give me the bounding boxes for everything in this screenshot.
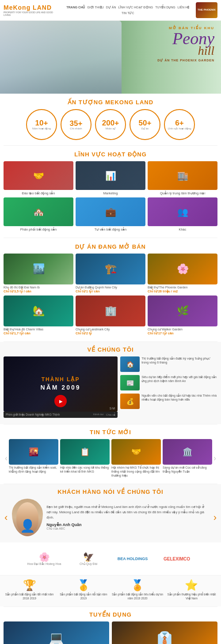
linh-vuc-label-5: Khác	[148, 227, 217, 231]
job-1[interactable]: 👔 NHÂN VIÊN KINH DOANH BẤT ĐỘNG SẢN ĐỊA …	[112, 621, 217, 644]
linh-vuc-label-0: Đào tạo bất động sản	[4, 191, 73, 195]
section-title-tuyen-dung: TUYỂN DỤNG	[4, 611, 217, 618]
section-tuyen-dung: TUYỂN DỤNG 💻 Trưởng phòng / Giám đốc trư…	[0, 607, 221, 644]
section-an-tuong: ẤN TƯỢNG MEKONG LAND 10+ Năm hoạt động 3…	[0, 99, 221, 145]
news-card-3[interactable]: 🏛️ Sáng dự án mới Cúc cơ sở căng thẳng N…	[163, 439, 212, 477]
tuyen-dung-grid: 💻 Trưởng phòng / Giám đốc trưởng IT Trưở…	[4, 621, 217, 644]
news-prev-arrow[interactable]: ‹	[4, 454, 9, 463]
award-2: 🏅 Sản phẩm bất động sản tiêu biểu dự án …	[112, 579, 164, 600]
section-tin-tuc: TIN TỨC MỚI ‹ 🌇 Thị trường bất động sản …	[0, 424, 221, 484]
nav-about[interactable]: GIỚI THIỆU	[87, 6, 103, 9]
section-ve-chung-toi: VỀ CHÚNG TÔI THÀNH LẬP NĂM 2009 ▶ S·M Ph…	[0, 342, 221, 424]
nav-contact[interactable]: LIÊN HỆ	[178, 6, 190, 9]
linh-vuc-label-3: Phân phối bất động sản	[4, 227, 73, 231]
about-inner: THÀNH LẬP NĂM 2009 ▶ S·M Phim giới thiệu…	[4, 356, 217, 418]
job-0[interactable]: 💻 Trưởng phòng / Giám đốc trưởng IT Trưở…	[4, 621, 109, 644]
nav-news[interactable]: TIN TỨC	[122, 11, 134, 15]
linh-vuc-item-1[interactable]: 📊 Marketing	[76, 161, 145, 195]
nav-projects[interactable]: DỰ ÁN	[106, 6, 116, 9]
divider-1	[4, 145, 217, 146]
hero-banner: MỞ BÁN TIỂU KHU Peony hill DỰ ÁN THE PHO…	[0, 21, 221, 94]
hero-text: MỞ BÁN TIỂU KHU Peony hill DỰ ÁN THE PHO…	[157, 26, 214, 62]
news-card-0[interactable]: 🌇 Thị trường bất động sản kiểm soát, khẳ…	[9, 439, 58, 477]
linh-vuc-label-2: Quản lý trung tâm thương mại	[148, 191, 217, 195]
news-slider: 🌇 Thị trường bất động sản kiểm soát, khẳ…	[9, 439, 212, 477]
projects-grid: 🏙️ Khu đô thị Đất Đai Nam Ib Chỉ từ 3,5 …	[0, 254, 221, 341]
project-3[interactable]: 🏡 Biệt thự Hoà đô Charm Villas Chỉ từ 1,…	[4, 295, 73, 335]
linh-vuc-grid: 🤝 Đào tạo bất động sản 📊 Marketing 🏬 Quả…	[0, 161, 221, 238]
logo[interactable]: MeKong LAND PROPERTY FOR YOUR GOOD LIFE …	[4, 4, 60, 16]
stat-0: 10+ Năm hoạt động	[26, 109, 57, 140]
linh-vuc-item-0[interactable]: 🤝 Đào tạo bất động sản	[4, 161, 73, 195]
stat-4: 6+ Lĩnh vực hoạt động	[164, 109, 195, 140]
nav-home[interactable]: TRANG CHỦ	[66, 6, 85, 9]
linh-vuc-label-4: Tư vấn bất động sản	[76, 227, 145, 231]
partner-logo-right: THE PHOENIX	[196, 2, 217, 18]
section-title-tin-tuc: TIN TỨC MỚI	[4, 429, 217, 436]
partner-3[interactable]: GELEXIMCO	[157, 548, 197, 570]
testimonial-prev[interactable]: ‹	[4, 512, 8, 523]
news-next-arrow[interactable]: ›	[212, 454, 217, 463]
section-title-an-tuong: ẤN TƯỢNG MEKONG LAND	[0, 99, 221, 106]
section-partners: 🌸 Hoa Đại Bắc Hoàng Hoa 🦅 Chủ Quỳ Đài BE…	[0, 542, 221, 576]
video-container[interactable]: THÀNH LẬP NĂM 2009 ▶ S·M Phim giới thiệu…	[4, 356, 118, 418]
linh-vuc-item-2[interactable]: 🏬 Quản lý trung tâm thương mại	[148, 161, 217, 195]
nav-links: TRANG CHỦ GIỚI THIỆU DỰ ÁN LĨNH VỰC HOẠT…	[60, 6, 196, 15]
shares-label: Chia sẻ	[106, 413, 115, 417]
partner-0[interactable]: 🌸 Hoa Đại Bắc Hoàng Hoa	[24, 548, 64, 570]
views-label: Kênh tivi	[93, 413, 103, 417]
testimonial-next[interactable]: ›	[213, 512, 217, 523]
about-news-2[interactable]: 💰 Nguồn vốn cho bất động sản từ hợp tác …	[120, 394, 217, 409]
project-5[interactable]: 🌿 Chung cư Walker Garden Chỉ từ 17 tỷ/ c…	[148, 295, 217, 335]
linh-vuc-item-4[interactable]: 💼 Tư vấn bất động sản	[76, 197, 145, 231]
linh-vuc-item-3[interactable]: 🏘️ Phân phối bất động sản	[4, 197, 73, 231]
stat-3: 50+ Dự án	[130, 109, 160, 140]
stat-1: 35+ Chi nhánh	[61, 109, 91, 140]
section-title-ve-chung-toi: VỀ CHÚNG TÔI	[4, 346, 217, 353]
project-1[interactable]: 🏗️ Dự án Đường Quỳnh New City Chỉ từ 1 t…	[76, 254, 145, 293]
award-0: 🏆 Sản phẩm bất động sản tốt nhất năm 201…	[4, 579, 55, 600]
project-2[interactable]: 🌸 Biệt thự The Phoenix Garden Chỉ từ 26 …	[148, 254, 217, 293]
divider-2	[4, 238, 217, 238]
testimonial-name: Nguyễn Anh Quân	[46, 523, 209, 527]
project-0[interactable]: 🏙️ Khu đô thị Đất Đai Nam Ib Chỉ từ 3,5 …	[4, 254, 73, 293]
testimonial-inner: ‹ 👤 Bạn bè giới thiệu, người mua nhớ ở M…	[4, 499, 217, 536]
partner-1[interactable]: 🦅 Chủ Quỳ Đài	[69, 548, 108, 570]
stat-2: 200+ Nhân sự	[95, 109, 126, 140]
partner-2[interactable]: BEA HOLDINGS	[113, 548, 152, 570]
news-card-2[interactable]: 🤝 Hội nhóm họ MKG Tổ chức họp thị thống …	[111, 439, 161, 477]
nav-recruit[interactable]: TUYỂN DỤNG	[155, 6, 175, 9]
section-du-an: DỰ ÁN ĐANG MỞ BÁN 🏙️ Khu đô thị Đất Đai …	[0, 243, 221, 341]
award-3: ⭐ Sản phẩm thương hiệu phổ biến nhất Việ…	[166, 579, 217, 600]
linh-vuc-item-5[interactable]: 👥 Khác	[148, 197, 217, 231]
about-news-1[interactable]: 📰 Siêu dự án tiếp điểm mới phù hợp với g…	[120, 375, 217, 390]
section-title-linh-vuc: LĨNH VỰC HOẠT ĐỘNG	[0, 151, 221, 158]
news-card-1[interactable]: 📋 Hội nhà đến các vùng tới khu thống kê …	[60, 439, 110, 477]
navbar: MeKong LAND PROPERTY FOR YOUR GOOD LIFE …	[0, 0, 221, 21]
section-title-du-an: DỰ ÁN ĐANG MỞ BÁN	[0, 243, 221, 250]
project-4[interactable]: 🏢 Chung cư Landmark City Chỉ từ 2 tỷ	[76, 295, 145, 335]
linh-vuc-label-1: Marketing	[76, 191, 145, 195]
about-news-list: 🏠 Thị trường bất động sản được kỳ vọng '…	[120, 356, 217, 418]
testimonial-content: Bạn bè giới thiệu, người mua nhớ ở Mekon…	[46, 504, 209, 530]
play-button[interactable]: ▶	[54, 395, 67, 407]
nav-sectors[interactable]: LĨNH VỰC HOẠT ĐỘNG	[118, 6, 153, 9]
testimonial-role: Chủ của ABC	[46, 527, 209, 530]
testimonial-avatar: 👤	[12, 499, 43, 536]
section-title-khach-hang: KHÁCH HÀNG NÓI VỀ CHÚNG TÔI	[4, 489, 217, 495]
award-1: 🥇 Sản phẩm bất động sản nổi bật năm 2019	[57, 579, 109, 600]
section-khach-hang: KHÁCH HÀNG NÓI VỀ CHÚNG TÔI ‹ 👤 Bạn bè g…	[0, 484, 221, 542]
about-news-0[interactable]: 🏠 Thị trường bất động sản được kỳ vọng '…	[120, 356, 217, 372]
hero-house-illustration	[0, 21, 122, 94]
section-awards: 🏆 Sản phẩm bất động sản tốt nhất năm 201…	[0, 576, 221, 606]
section-linh-vuc: LĨNH VỰC HOẠT ĐỘNG 🤝 Đào tạo bất động sả…	[0, 151, 221, 238]
testimonial-text: Bạn bè giới thiệu, người mua nhớ ở Mekon…	[46, 504, 209, 520]
stats-container: 10+ Năm hoạt động 35+ Chi nhánh 200+ Nhâ…	[0, 109, 221, 145]
